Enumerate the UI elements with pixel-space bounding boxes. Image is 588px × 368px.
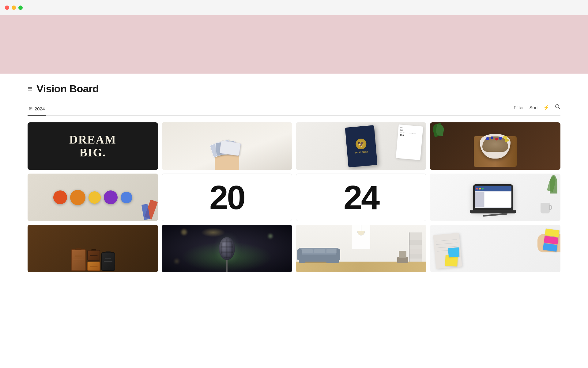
titlebar (0, 0, 588, 15)
page-title-row: ≡ Vision Board (28, 83, 560, 95)
svg-line-1 (559, 108, 560, 109)
toolbar-actions: Filter Sort ⚡ (514, 104, 560, 114)
tab-bar: ⊞ 2024 Filter Sort ⚡ (28, 103, 560, 116)
page-title: Vision Board (36, 83, 99, 95)
gallery-item-luggage[interactable] (28, 225, 158, 272)
tab-list: ⊞ 2024 (28, 103, 46, 115)
gallery-item-living-room[interactable] (296, 225, 426, 272)
close-button[interactable] (5, 6, 9, 10)
gallery-item-dream-big[interactable]: DREAMBIG. (28, 122, 158, 170)
gallery-item-credit-cards[interactable] (162, 122, 292, 170)
dream-big-text: DREAMBIG. (69, 133, 116, 159)
gallery-item-number-20[interactable]: 20 (162, 174, 292, 221)
filter-button[interactable]: Filter (514, 105, 524, 110)
gallery-item-notebook[interactable] (430, 225, 560, 272)
gallery-item-passport[interactable]: AOI INTL 16A 🦅 PASSPORT (296, 122, 426, 170)
gallery-item-microphone[interactable] (162, 225, 292, 272)
tab-2024-label: 2024 (35, 106, 45, 111)
gallery-item-food-bowl[interactable] (430, 122, 560, 170)
gallery-item-laptop[interactable] (430, 174, 560, 221)
banner-image (0, 15, 588, 74)
gallery-item-number-24[interactable]: 24 (296, 174, 426, 221)
minimize-button[interactable] (12, 6, 16, 10)
bolt-icon[interactable]: ⚡ (543, 105, 549, 110)
page-content: ≡ Vision Board ⊞ 2024 Filter Sort ⚡ (0, 74, 588, 285)
sort-button[interactable]: Sort (529, 105, 538, 110)
tab-2024[interactable]: ⊞ 2024 (28, 103, 46, 116)
search-icon[interactable] (555, 104, 560, 111)
number-20-text: 20 (209, 181, 244, 214)
page-icon: ≡ (28, 84, 32, 94)
gallery-grid: DREAMBIG. (28, 122, 560, 272)
number-24-text: 24 (344, 181, 379, 214)
gallery-item-paint-palette[interactable] (28, 174, 158, 221)
grid-icon: ⊞ (29, 106, 33, 111)
maximize-button[interactable] (18, 6, 23, 10)
